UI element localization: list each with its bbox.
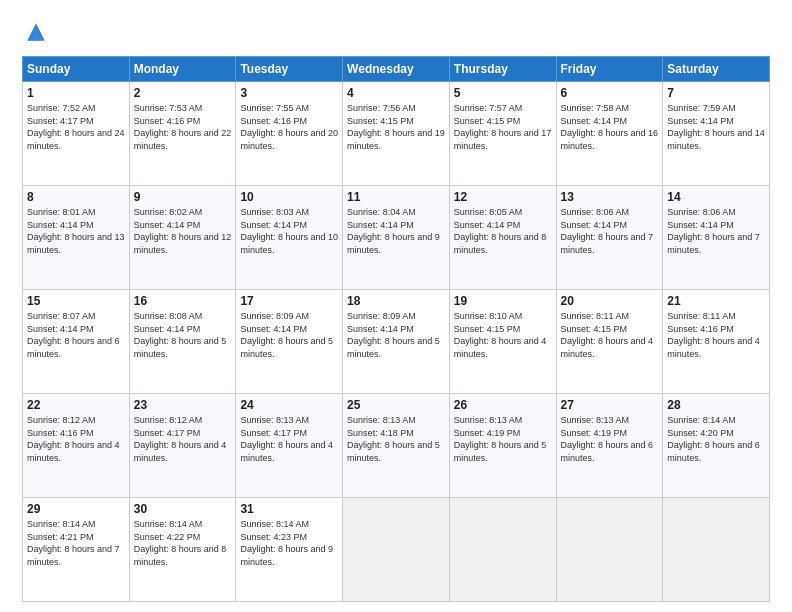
calendar-week-5: 29Sunrise: 8:14 AMSunset: 4:21 PMDayligh… (23, 498, 770, 602)
day-number: 24 (240, 398, 338, 412)
day-header-sunday: Sunday (23, 57, 130, 82)
cell-info: Sunrise: 8:02 AMSunset: 4:14 PMDaylight:… (134, 206, 232, 256)
calendar-cell: 1Sunrise: 7:52 AMSunset: 4:17 PMDaylight… (23, 82, 130, 186)
page: SundayMondayTuesdayWednesdayThursdayFrid… (0, 0, 792, 612)
calendar-cell: 22Sunrise: 8:12 AMSunset: 4:16 PMDayligh… (23, 394, 130, 498)
calendar-cell: 13Sunrise: 8:06 AMSunset: 4:14 PMDayligh… (556, 186, 663, 290)
cell-info: Sunrise: 8:12 AMSunset: 4:16 PMDaylight:… (27, 414, 125, 464)
cell-info: Sunrise: 8:11 AMSunset: 4:16 PMDaylight:… (667, 310, 765, 360)
calendar-cell: 27Sunrise: 8:13 AMSunset: 4:19 PMDayligh… (556, 394, 663, 498)
calendar-cell: 15Sunrise: 8:07 AMSunset: 4:14 PMDayligh… (23, 290, 130, 394)
logo-icon (22, 18, 50, 46)
day-number: 6 (561, 86, 659, 100)
calendar-cell: 11Sunrise: 8:04 AMSunset: 4:14 PMDayligh… (343, 186, 450, 290)
day-number: 27 (561, 398, 659, 412)
calendar-cell: 4Sunrise: 7:56 AMSunset: 4:15 PMDaylight… (343, 82, 450, 186)
day-number: 1 (27, 86, 125, 100)
calendar-cell (663, 498, 770, 602)
calendar-cell: 2Sunrise: 7:53 AMSunset: 4:16 PMDaylight… (129, 82, 236, 186)
calendar-cell: 26Sunrise: 8:13 AMSunset: 4:19 PMDayligh… (449, 394, 556, 498)
cell-info: Sunrise: 8:13 AMSunset: 4:19 PMDaylight:… (561, 414, 659, 464)
day-number: 19 (454, 294, 552, 308)
cell-info: Sunrise: 8:08 AMSunset: 4:14 PMDaylight:… (134, 310, 232, 360)
calendar-cell: 12Sunrise: 8:05 AMSunset: 4:14 PMDayligh… (449, 186, 556, 290)
cell-info: Sunrise: 8:05 AMSunset: 4:14 PMDaylight:… (454, 206, 552, 256)
cell-info: Sunrise: 8:14 AMSunset: 4:20 PMDaylight:… (667, 414, 765, 464)
day-number: 9 (134, 190, 232, 204)
cell-info: Sunrise: 8:06 AMSunset: 4:14 PMDaylight:… (667, 206, 765, 256)
day-number: 7 (667, 86, 765, 100)
cell-info: Sunrise: 7:57 AMSunset: 4:15 PMDaylight:… (454, 102, 552, 152)
day-number: 25 (347, 398, 445, 412)
day-number: 29 (27, 502, 125, 516)
calendar-cell (449, 498, 556, 602)
calendar-cell: 14Sunrise: 8:06 AMSunset: 4:14 PMDayligh… (663, 186, 770, 290)
cell-info: Sunrise: 7:59 AMSunset: 4:14 PMDaylight:… (667, 102, 765, 152)
day-number: 13 (561, 190, 659, 204)
cell-info: Sunrise: 8:14 AMSunset: 4:22 PMDaylight:… (134, 518, 232, 568)
day-number: 23 (134, 398, 232, 412)
cell-info: Sunrise: 8:13 AMSunset: 4:19 PMDaylight:… (454, 414, 552, 464)
calendar-week-4: 22Sunrise: 8:12 AMSunset: 4:16 PMDayligh… (23, 394, 770, 498)
calendar-cell: 16Sunrise: 8:08 AMSunset: 4:14 PMDayligh… (129, 290, 236, 394)
day-number: 11 (347, 190, 445, 204)
calendar-cell: 28Sunrise: 8:14 AMSunset: 4:20 PMDayligh… (663, 394, 770, 498)
calendar-cell: 19Sunrise: 8:10 AMSunset: 4:15 PMDayligh… (449, 290, 556, 394)
cell-info: Sunrise: 8:01 AMSunset: 4:14 PMDaylight:… (27, 206, 125, 256)
day-number: 21 (667, 294, 765, 308)
calendar-cell: 31Sunrise: 8:14 AMSunset: 4:23 PMDayligh… (236, 498, 343, 602)
calendar-cell: 17Sunrise: 8:09 AMSunset: 4:14 PMDayligh… (236, 290, 343, 394)
day-header-saturday: Saturday (663, 57, 770, 82)
calendar-cell: 23Sunrise: 8:12 AMSunset: 4:17 PMDayligh… (129, 394, 236, 498)
day-number: 14 (667, 190, 765, 204)
day-header-wednesday: Wednesday (343, 57, 450, 82)
calendar-cell: 29Sunrise: 8:14 AMSunset: 4:21 PMDayligh… (23, 498, 130, 602)
day-header-monday: Monday (129, 57, 236, 82)
cell-info: Sunrise: 8:10 AMSunset: 4:15 PMDaylight:… (454, 310, 552, 360)
header (22, 18, 770, 46)
calendar-cell: 21Sunrise: 8:11 AMSunset: 4:16 PMDayligh… (663, 290, 770, 394)
day-number: 8 (27, 190, 125, 204)
cell-info: Sunrise: 8:09 AMSunset: 4:14 PMDaylight:… (240, 310, 338, 360)
day-number: 18 (347, 294, 445, 308)
cell-info: Sunrise: 8:11 AMSunset: 4:15 PMDaylight:… (561, 310, 659, 360)
calendar-week-1: 1Sunrise: 7:52 AMSunset: 4:17 PMDaylight… (23, 82, 770, 186)
day-number: 16 (134, 294, 232, 308)
cell-info: Sunrise: 8:13 AMSunset: 4:18 PMDaylight:… (347, 414, 445, 464)
calendar-cell: 30Sunrise: 8:14 AMSunset: 4:22 PMDayligh… (129, 498, 236, 602)
day-number: 26 (454, 398, 552, 412)
day-number: 31 (240, 502, 338, 516)
day-header-tuesday: Tuesday (236, 57, 343, 82)
cell-info: Sunrise: 7:52 AMSunset: 4:17 PMDaylight:… (27, 102, 125, 152)
logo (22, 18, 54, 46)
day-number: 17 (240, 294, 338, 308)
cell-info: Sunrise: 7:56 AMSunset: 4:15 PMDaylight:… (347, 102, 445, 152)
calendar-week-2: 8Sunrise: 8:01 AMSunset: 4:14 PMDaylight… (23, 186, 770, 290)
cell-info: Sunrise: 8:09 AMSunset: 4:14 PMDaylight:… (347, 310, 445, 360)
calendar-cell (343, 498, 450, 602)
calendar-header-row: SundayMondayTuesdayWednesdayThursdayFrid… (23, 57, 770, 82)
cell-info: Sunrise: 8:04 AMSunset: 4:14 PMDaylight:… (347, 206, 445, 256)
day-number: 4 (347, 86, 445, 100)
calendar-cell: 6Sunrise: 7:58 AMSunset: 4:14 PMDaylight… (556, 82, 663, 186)
cell-info: Sunrise: 7:53 AMSunset: 4:16 PMDaylight:… (134, 102, 232, 152)
calendar-cell: 18Sunrise: 8:09 AMSunset: 4:14 PMDayligh… (343, 290, 450, 394)
calendar-cell: 8Sunrise: 8:01 AMSunset: 4:14 PMDaylight… (23, 186, 130, 290)
calendar-cell: 7Sunrise: 7:59 AMSunset: 4:14 PMDaylight… (663, 82, 770, 186)
day-number: 2 (134, 86, 232, 100)
day-header-thursday: Thursday (449, 57, 556, 82)
day-number: 22 (27, 398, 125, 412)
cell-info: Sunrise: 8:13 AMSunset: 4:17 PMDaylight:… (240, 414, 338, 464)
day-number: 12 (454, 190, 552, 204)
cell-info: Sunrise: 7:58 AMSunset: 4:14 PMDaylight:… (561, 102, 659, 152)
calendar-cell: 20Sunrise: 8:11 AMSunset: 4:15 PMDayligh… (556, 290, 663, 394)
calendar-cell: 9Sunrise: 8:02 AMSunset: 4:14 PMDaylight… (129, 186, 236, 290)
cell-info: Sunrise: 8:12 AMSunset: 4:17 PMDaylight:… (134, 414, 232, 464)
calendar-cell: 3Sunrise: 7:55 AMSunset: 4:16 PMDaylight… (236, 82, 343, 186)
cell-info: Sunrise: 8:03 AMSunset: 4:14 PMDaylight:… (240, 206, 338, 256)
day-number: 30 (134, 502, 232, 516)
cell-info: Sunrise: 8:06 AMSunset: 4:14 PMDaylight:… (561, 206, 659, 256)
calendar-cell: 24Sunrise: 8:13 AMSunset: 4:17 PMDayligh… (236, 394, 343, 498)
day-number: 20 (561, 294, 659, 308)
cell-info: Sunrise: 8:14 AMSunset: 4:23 PMDaylight:… (240, 518, 338, 568)
